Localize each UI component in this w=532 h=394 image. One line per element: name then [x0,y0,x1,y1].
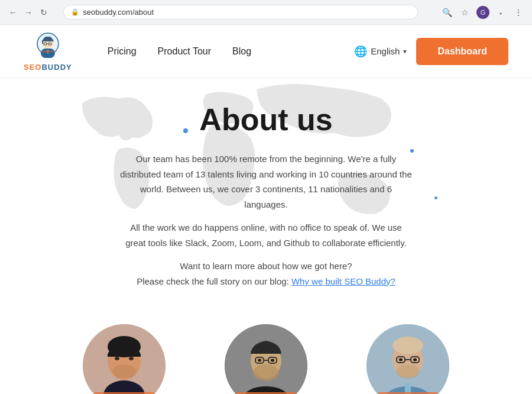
extension-button[interactable]: ⬩ [494,6,507,19]
forward-button[interactable]: → [22,7,34,18]
nav-product-tour[interactable]: Product Tour [158,46,211,57]
team-member-romain: Romain Brabant BS FOUNDER & CEO [71,324,177,394]
cta-link[interactable]: Why we built SEO Buddy? [291,276,395,286]
site-header: SEOBUDDY Pricing Product Tour Blog 🌐 Eng… [0,25,532,78]
hero-section: About us Our team has been 100% remote f… [0,78,532,306]
browser-nav-buttons: ← → ↻ [7,7,50,18]
svg-rect-7 [41,51,55,52]
logo-text: SEOBUDDY [24,63,72,72]
lock-icon: 🔒 [71,8,79,16]
main-nav: Pricing Product Tour Blog [108,46,251,57]
page-wrapper: SEOBUDDY Pricing Product Tour Blog 🌐 Eng… [0,25,532,394]
browser-chrome: ← → ↻ 🔒 seobuddy.com/about 🔍 ☆ G ⬩ ⋮ [0,0,532,25]
address-bar[interactable]: 🔒 seobuddy.com/about [63,5,418,20]
svg-point-34 [392,337,423,354]
svg-rect-3 [42,40,43,44]
team-member-mateusz: Mateusz Kozlowski PL CO-FOUNDER & UX/UI … [355,324,461,394]
nav-pricing[interactable]: Pricing [108,46,137,57]
svg-point-21 [253,364,279,381]
dot-2 [410,149,414,153]
logo-icon [33,31,63,62]
svg-point-12 [112,364,136,379]
profile-avatar: G [476,6,489,19]
dashboard-button[interactable]: Dashboard [416,38,508,65]
dot-1 [183,128,188,133]
avatar-mateusz [366,324,449,394]
avatar-romain [83,324,166,394]
page-title: About us [12,102,520,137]
hero-cta: Want to learn more about how we got here… [124,259,408,289]
profile-button[interactable]: G [476,6,489,19]
hero-description-2: All the work we do happens online, with … [124,220,408,250]
team-section: Romain Brabant BS FOUNDER & CEO [0,306,532,394]
nav-blog[interactable]: Blog [232,46,251,57]
language-selector[interactable]: 🌐 English ▾ [354,45,407,58]
menu-button[interactable]: ⋮ [512,6,525,19]
avatar-krzysztof [225,324,307,394]
logo-link[interactable]: SEOBUDDY [24,31,72,72]
back-button[interactable]: ← [7,7,19,18]
svg-point-25 [258,359,261,362]
svg-point-40 [413,359,417,361]
svg-point-39 [399,359,403,361]
url-text: seobuddy.com/about [83,8,154,17]
dot-3 [434,196,437,199]
hero-description-1: Our team has been 100% remote from the b… [118,151,414,212]
browser-actions: 🔍 ☆ G ⬩ ⋮ [441,6,525,19]
svg-point-13 [115,357,119,360]
team-member-krzysztof: Krzysztof Janiszewski PL CO-FOUNDER & CT… [213,324,319,394]
svg-point-26 [271,359,274,362]
language-label: English [371,46,400,56]
search-browser-button[interactable]: 🔍 [441,6,454,19]
refresh-button[interactable]: ↻ [38,7,50,18]
svg-point-35 [396,364,420,379]
chevron-down-icon: ▾ [403,47,407,56]
globe-icon: 🌐 [354,45,367,58]
bookmark-button[interactable]: ☆ [459,6,472,19]
header-right: 🌐 English ▾ Dashboard [354,38,508,65]
svg-point-14 [129,357,134,360]
